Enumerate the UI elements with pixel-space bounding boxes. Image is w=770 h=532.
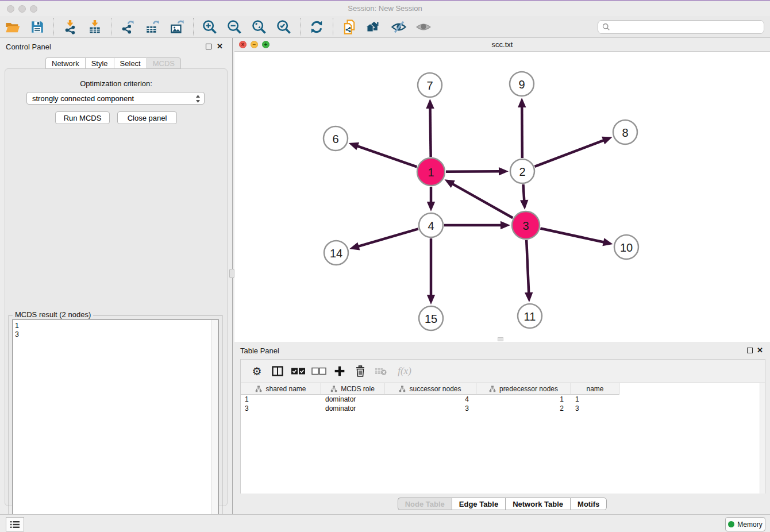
export-image-icon	[170, 20, 184, 34]
tab-motifs[interactable]: Motifs	[570, 498, 607, 510]
tab-network[interactable]: Network	[45, 57, 85, 69]
import-network-button[interactable]	[60, 17, 80, 37]
search-box[interactable]	[598, 20, 764, 34]
edge-1-2[interactable]	[446, 171, 500, 172]
node-10[interactable]: 10	[614, 235, 638, 259]
search-input[interactable]	[613, 23, 764, 31]
network-window-titlebar: × − + scc.txt	[234, 38, 770, 52]
tab-node-table[interactable]: Node Table	[398, 498, 452, 510]
result-scrollbar[interactable]	[211, 320, 218, 526]
export-table-button[interactable]	[142, 17, 163, 37]
close-panel-button[interactable]: Close panel	[117, 111, 177, 124]
trash-icon	[355, 365, 365, 377]
table-cell[interactable]: 3	[384, 404, 476, 413]
tab-style[interactable]: Style	[85, 57, 114, 69]
table-cell[interactable]: dominator	[321, 404, 384, 413]
node-15[interactable]: 15	[419, 306, 443, 330]
hide-selected-button[interactable]	[388, 17, 409, 37]
node-3[interactable]: 3	[512, 211, 540, 239]
node-label: 7	[426, 79, 433, 92]
node-label: 10	[620, 241, 633, 254]
save-session-button[interactable]	[27, 17, 48, 37]
edge-2-9[interactable]	[522, 106, 522, 158]
zoom-in-button[interactable]	[199, 17, 220, 37]
delete-column-button[interactable]	[350, 362, 371, 380]
node-7[interactable]: 7	[418, 73, 442, 97]
edge-2-8[interactable]	[535, 140, 605, 167]
node-label: 8	[622, 126, 628, 139]
network-canvas[interactable]: 7968124314101511	[234, 52, 770, 342]
function-builder-button[interactable]: f(x)	[391, 362, 418, 380]
edge-1-7[interactable]	[430, 107, 431, 157]
column-header-predecessor-nodes[interactable]: predecessor nodes	[476, 383, 571, 395]
export-image-button[interactable]	[167, 17, 187, 37]
delete-table-button[interactable]	[371, 362, 391, 380]
node-label: 1	[428, 166, 434, 179]
node-2[interactable]: 2	[510, 159, 534, 183]
edge-3-10[interactable]	[540, 229, 604, 242]
show-all-button[interactable]	[413, 17, 434, 37]
node-1[interactable]: 1	[417, 158, 445, 186]
tab-network-table[interactable]: Network Table	[505, 498, 570, 510]
table-cell[interactable]: 2	[476, 404, 571, 413]
task-history-button[interactable]	[6, 517, 24, 531]
select-all-columns-button[interactable]	[288, 362, 309, 380]
tab-edge-table[interactable]: Edge Table	[452, 498, 505, 510]
column-header-MCDS-role[interactable]: MCDS role	[321, 383, 384, 395]
table-panel-content: ⚙	[240, 359, 765, 494]
node-6[interactable]: 6	[324, 126, 348, 151]
zoom-out-icon	[226, 19, 242, 35]
table-cell[interactable]: 1	[476, 395, 571, 404]
network-view-window: × − + scc.txt 7968124314101511	[234, 38, 770, 342]
close-panel-icon[interactable]: ✕	[217, 42, 223, 51]
mcds-result-text[interactable]: 1 3	[12, 319, 219, 527]
node-9[interactable]: 9	[510, 72, 534, 96]
zoom-selected-button[interactable]	[274, 17, 294, 37]
criterion-select[interactable]: strongly connected component	[26, 92, 205, 105]
zoom-out-button[interactable]	[224, 17, 245, 37]
tab-mcds[interactable]: MCDS	[147, 57, 181, 69]
tab-select[interactable]: Select	[114, 57, 147, 69]
node-4[interactable]: 4	[419, 213, 443, 237]
export-network-button[interactable]	[117, 17, 138, 37]
edge-3-11[interactable]	[526, 240, 529, 294]
edge-2-3[interactable]	[523, 184, 524, 201]
table-row[interactable]: 3dominator323	[241, 404, 765, 413]
copy-network-button[interactable]	[339, 17, 360, 37]
import-table-button[interactable]	[84, 17, 105, 37]
table-cell[interactable]: 4	[384, 395, 476, 404]
edge-4-14[interactable]	[357, 229, 418, 246]
memory-label: Memory	[737, 521, 762, 529]
node-11[interactable]: 11	[518, 304, 542, 328]
table-cell[interactable]: 1	[571, 395, 619, 404]
close-table-panel-icon[interactable]: ✕	[757, 346, 763, 354]
table-settings-button[interactable]: ⚙	[247, 362, 267, 380]
float-panel-icon[interactable]	[206, 44, 211, 49]
zoom-selected-icon	[276, 19, 292, 35]
float-table-panel-icon[interactable]	[747, 348, 753, 353]
network-resize-grip[interactable]	[498, 337, 503, 341]
node-14[interactable]: 14	[324, 241, 348, 265]
create-column-button[interactable]	[329, 362, 350, 380]
edge-1-6[interactable]	[357, 146, 417, 167]
column-header-successor-nodes[interactable]: successor nodes	[384, 383, 476, 395]
unselect-all-columns-button[interactable]	[309, 362, 329, 380]
run-mcds-button[interactable]: Run MCDS	[55, 111, 110, 124]
table-cell[interactable]: 3	[241, 404, 321, 413]
zoom-fit-button[interactable]	[249, 17, 270, 37]
table-cell[interactable]: dominator	[321, 395, 384, 404]
open-session-button[interactable]	[2, 17, 23, 37]
panel-divider-grip[interactable]	[229, 269, 234, 278]
memory-button[interactable]: Memory	[725, 517, 765, 531]
table-scrollbar[interactable]	[760, 383, 765, 494]
show-columns-button[interactable]	[267, 362, 288, 380]
table-cell[interactable]: 3	[571, 404, 619, 413]
table-row[interactable]: 1dominator411	[241, 395, 765, 404]
edge-3-1[interactable]	[452, 184, 513, 218]
column-header-name[interactable]: name	[571, 383, 619, 395]
column-header-shared-name[interactable]: shared name	[241, 383, 321, 395]
apply-layout-button[interactable]	[306, 17, 327, 37]
network-overview-button[interactable]	[364, 17, 384, 37]
table-cell[interactable]: 1	[241, 395, 321, 404]
node-8[interactable]: 8	[613, 120, 637, 144]
